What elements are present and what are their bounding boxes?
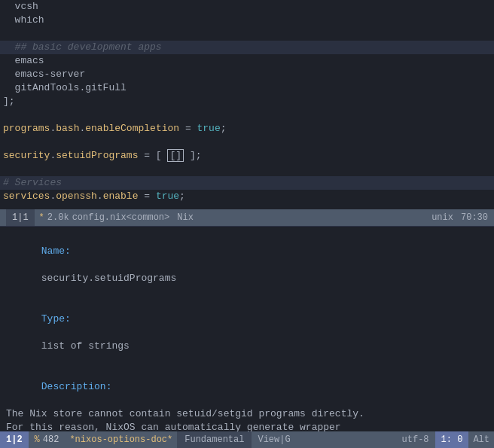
bottom-percent: % 482 [29, 431, 66, 448]
bottom-encoding: utf-8 [396, 434, 435, 445]
code-line [0, 108, 494, 122]
position: 70:30 [461, 212, 488, 223]
code-line-services: # Services [0, 176, 494, 190]
code-line-highlighted: ## basic development apps [0, 41, 494, 54]
bottom-position: 1: 0 [435, 431, 469, 448]
encoding: unix [431, 212, 453, 223]
bottom-view: View|G [252, 434, 296, 445]
code-line: which [0, 14, 494, 27]
bottom-alt: Alt [468, 434, 494, 445]
filename: config.nix<common> [72, 212, 170, 223]
bottom-filename: *nixos-options-doc* [65, 434, 177, 445]
code-line: security.setuidPrograms = [ [] ]; [0, 149, 494, 163]
doc-desc-line: Description: [6, 367, 488, 407]
code-line [0, 163, 494, 176]
doc-type-line: Type: list of strings [6, 299, 488, 367]
code-line: services.openssh.enable = true; [0, 190, 494, 203]
doc-name-line: Name: security.setuidPrograms [6, 231, 488, 299]
editor-pane: vcsh which ## basic development apps ema… [0, 0, 494, 209]
mode: Nix [177, 212, 194, 223]
line-col-indicator: 1|1 [6, 209, 35, 226]
code-line [0, 27, 494, 41]
code-line: vcsh [0, 0, 494, 14]
code-line: emacs-server [0, 68, 494, 81]
bottom-line-col: 1|2 [0, 431, 29, 448]
code-line: gitAndTools.gitFull [0, 81, 494, 95]
code-line: ]; [0, 95, 494, 108]
doc-pane: Name: security.setuidPrograms Type: list… [0, 226, 494, 448]
bottom-mode: Fundamental [177, 431, 252, 448]
code-line: emacs [0, 54, 494, 68]
code-line: programs.bash.enableCompletion = true; [0, 122, 494, 136]
bottom-status-bar: 1|2 % 482 *nixos-options-doc* Fundamenta… [0, 431, 494, 448]
top-status-bar: 1|1 * 2.0k config.nix<common> Nix unix 7… [0, 209, 494, 226]
code-line [0, 136, 494, 149]
modified-indicator: * [39, 212, 44, 223]
file-size: 2.0k [47, 212, 69, 223]
